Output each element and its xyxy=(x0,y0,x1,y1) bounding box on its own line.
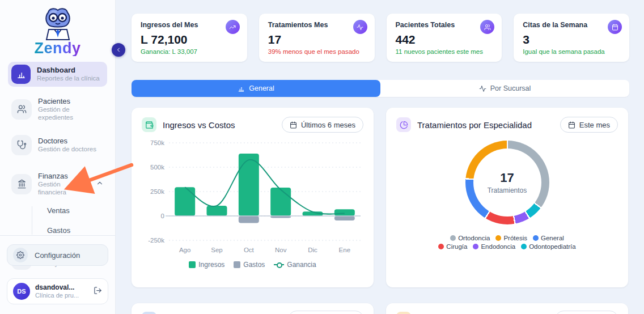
wallet-icon xyxy=(142,117,156,132)
stat-title: Tratamientos Mes xyxy=(268,21,366,29)
donut-legend-item-cirugía: Cirugía xyxy=(438,243,467,250)
legend-label: Ingresos xyxy=(198,261,224,269)
sidebar-nav: Dashboard Reportes de la clínica Pacient… xyxy=(0,56,115,273)
nav-label: Doctores xyxy=(38,137,96,146)
legend-swatch xyxy=(234,261,240,268)
nav-sublabel: Gestión de doctores xyxy=(38,146,96,154)
panel-icon xyxy=(142,312,156,314)
chevron-up-icon xyxy=(96,179,104,189)
user-card[interactable]: DS dsandoval... Clínica de pru... xyxy=(7,278,108,304)
sidebar-item-pacientes[interactable]: Pacientes Gestión de expedientes xyxy=(8,94,107,125)
settings-button[interactable]: Configuración xyxy=(7,244,108,266)
panel-icon xyxy=(396,312,411,314)
users-icon xyxy=(11,99,32,120)
stat-note: Ganancia: L 33,007 xyxy=(141,48,238,55)
tab-label: General xyxy=(249,84,274,92)
ingresos-costos-chart: 750k500k250k0-250kAgoSepOctNovDicEne xyxy=(142,136,363,257)
legend-label: Odontopediatría xyxy=(529,243,575,250)
stat-value: 3 xyxy=(523,33,620,46)
sidebar-item-finanzas[interactable]: Finanzas Gestión financiera xyxy=(8,169,107,200)
panel-tratamientos-especialidad: Tratamientos por Especialidad Este mes 1… xyxy=(386,108,628,287)
donut-legend-item-ortodoncia: Ortodoncia xyxy=(450,235,490,241)
bar-gastos-Ene xyxy=(334,216,355,220)
stat-note: 39% menos que el mes pasado xyxy=(268,48,366,55)
panel-header: Ingresos vs Costos Últimos 6 meses xyxy=(132,108,374,133)
partial-panel-bottom-left xyxy=(132,303,374,314)
legend-label: Ganancia xyxy=(287,261,316,269)
line-ganancia xyxy=(185,160,345,214)
brand-block: Zendy xyxy=(0,0,115,56)
sidebar-item-doctores[interactable]: Doctores Gestión de doctores xyxy=(8,132,107,158)
donut-legend-item-general: General xyxy=(533,235,564,241)
zendy-mascot-logo xyxy=(41,7,74,41)
stat-note: 11 nuevos pacientes este mes xyxy=(396,48,493,55)
avatar: DS xyxy=(13,283,30,300)
legend-label: Cirugía xyxy=(446,243,467,250)
logout-icon[interactable] xyxy=(94,286,102,297)
bar-chart-icon xyxy=(11,65,31,84)
panel-ingresos-vs-costos: Ingresos vs Costos Últimos 6 meses 750k5… xyxy=(132,108,374,287)
stat-title: Pacientes Totales xyxy=(396,21,493,29)
pie-chart-icon xyxy=(396,117,411,132)
range-button-ultimos-6-meses[interactable]: Últimos 6 meses xyxy=(282,117,363,133)
tab-por-sucursal[interactable]: Por Sucursal xyxy=(380,80,629,97)
range-button[interactable] xyxy=(556,311,618,314)
legend-dot xyxy=(495,235,501,241)
sidebar-subitem-ventas[interactable]: Ventas xyxy=(47,206,107,215)
donut-chart: 17 Tratamientos xyxy=(465,141,549,224)
bar-gastos-Oct xyxy=(239,216,259,223)
tab-label: Por Sucursal xyxy=(490,84,531,92)
nav-sublabel: Gestión de expedientes xyxy=(38,106,101,122)
legend-dot xyxy=(450,235,456,241)
nav-sublabel: Gestión financiera xyxy=(38,181,90,197)
legend-swatch xyxy=(189,261,196,268)
chart-legend: IngresosGastosGanancia xyxy=(132,261,374,269)
bar-ingresos-Ago xyxy=(175,187,195,216)
y-axis-tick: 750k xyxy=(150,139,164,146)
stat-value: 442 xyxy=(396,33,493,46)
stethoscope-icon xyxy=(11,135,32,155)
x-axis-tick: Sep xyxy=(211,247,222,253)
range-button-label: Últimos 6 meses xyxy=(301,121,355,129)
activity-icon xyxy=(353,20,367,34)
stat-card-pacientes: Pacientes Totales 442 11 nuevos paciente… xyxy=(387,14,502,62)
sidebar-subitem-gastos[interactable]: Gastos xyxy=(47,226,107,235)
gear-icon xyxy=(13,248,28,262)
x-axis-tick: Nov xyxy=(275,247,287,253)
range-button-este-mes[interactable]: Este mes xyxy=(560,117,618,133)
donut-legend-item-prótesis: Prótesis xyxy=(495,235,527,241)
legend-dot xyxy=(521,244,527,249)
bar-ingresos-Oct xyxy=(239,154,259,216)
panel-title: Tratamientos por Especialidad xyxy=(417,120,532,130)
nav-label: Pacientes xyxy=(38,97,101,106)
bar-ingresos-Nov xyxy=(270,188,291,216)
panel-title: Ingresos vs Costos xyxy=(163,120,235,130)
partial-panel-bottom-right xyxy=(386,303,628,314)
legend-item-ingresos: Ingresos xyxy=(189,261,224,269)
donut-legend: OrtodonciaPrótesisGeneralCirugíaEndodonc… xyxy=(434,235,581,250)
stat-value: 17 xyxy=(268,33,366,46)
legend-label: Ortodoncia xyxy=(458,235,490,241)
y-axis-tick: 0 xyxy=(161,213,164,219)
legend-label: General xyxy=(541,235,564,241)
x-axis-tick: Ago xyxy=(179,247,190,253)
legend-item-ganancia: Ganancia xyxy=(274,261,316,269)
donut-chart-area: 17 Tratamientos OrtodonciaPrótesisGenera… xyxy=(386,133,628,250)
main-content: Ingresos del Mes L 72,100 Ganancia: L 33… xyxy=(116,0,644,314)
nav-label: Finanzas xyxy=(38,172,90,181)
view-tabbar: General Por Sucursal xyxy=(132,80,629,97)
range-button-label: Este mes xyxy=(579,121,610,129)
range-button[interactable] xyxy=(289,311,363,314)
calendar-icon xyxy=(608,20,622,34)
nav-sublabel: Reportes de la clínica xyxy=(37,75,100,83)
legend-line-marker xyxy=(274,264,284,265)
sidebar-item-dashboard[interactable]: Dashboard Reportes de la clínica xyxy=(8,62,107,87)
legend-label: Endodoncia xyxy=(481,243,515,250)
y-axis-tick: 250k xyxy=(150,188,164,195)
tab-general[interactable]: General xyxy=(132,80,380,97)
sidebar: Zendy Dashboard Reportes de la clínica P… xyxy=(0,0,116,314)
sidebar-collapse-button[interactable] xyxy=(112,43,125,57)
bar-chart-icon xyxy=(238,85,245,92)
activity-icon xyxy=(479,85,486,92)
user-name: dsandoval... xyxy=(35,283,79,292)
